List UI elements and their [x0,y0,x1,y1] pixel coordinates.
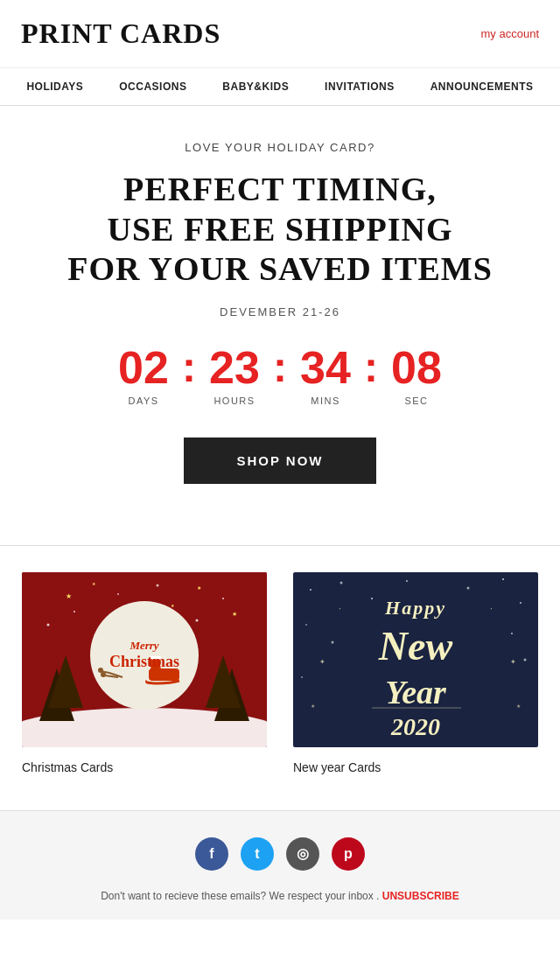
cards-section: Merry Christmas ★ ★ ★ ★ ★ Chri [0,546,560,810]
mins-value: 34 [300,345,351,390]
unsubscribe-text: Don't want to recieve these emails? We r… [101,890,379,902]
svg-text:Happy: Happy [384,597,446,619]
social-icons: f t ◎ p [18,837,542,871]
christmas-card-label: Christmas Cards [22,760,113,774]
svg-text:·: · [339,604,341,613]
days-value: 02 [118,345,169,390]
countdown-days: 02 DAYS [108,345,178,406]
svg-text:★: ★ [311,704,315,709]
svg-text:Christmas: Christmas [109,653,179,670]
svg-point-31 [310,589,312,591]
svg-point-32 [340,581,343,584]
svg-point-40 [511,633,513,634]
christmas-card-image: Merry Christmas ★ ★ ★ ★ ★ [22,572,267,747]
main-nav: HOLIDAYS OCCASIONS BABY&KIDS INVITATIONS… [0,68,560,106]
hours-value: 23 [209,345,260,390]
hero-section: LOVE YOUR HOLIDAY CARD? PERFECT TIMING, … [0,106,560,510]
cards-grid: Merry Christmas ★ ★ ★ ★ ★ Chri [35,572,525,775]
footer: f t ◎ p Don't want to recieve these emai… [0,810,560,920]
countdown-mins: 34 MINS [290,345,360,406]
svg-point-28 [117,593,119,595]
svg-text:Merry: Merry [129,639,158,652]
countdown-timer: 02 DAYS : 23 HOURS : 34 MINS : 08 SEC [18,345,542,406]
countdown-sec: 08 SEC [382,345,452,406]
svg-point-33 [371,598,373,599]
newyear-card-item[interactable]: Happy · · New Year 2020 ✦ ✦ ★ ★ [293,572,538,775]
newyear-card-image: Happy · · New Year 2020 ✦ ✦ ★ ★ [293,572,538,747]
nav-occasions[interactable]: OCCASIONS [119,80,186,93]
svg-text:Year: Year [385,674,447,710]
svg-point-39 [332,640,334,643]
svg-text:★: ★ [197,585,201,591]
unsubscribe-link[interactable]: UNSUBSCRIBE [382,890,459,902]
facebook-icon[interactable]: f [195,837,228,871]
hero-subtitle: LOVE YOUR HOLIDAY CARD? [18,141,542,154]
svg-text:New: New [378,624,453,668]
twitter-icon[interactable]: t [241,837,274,871]
svg-text:2020: 2020 [390,713,440,740]
svg-point-41 [524,658,527,661]
svg-text:✦: ✦ [510,658,516,666]
countdown-hours: 23 HOURS [200,345,270,406]
svg-text:★: ★ [232,611,237,617]
logo: PRINT CARDS [21,18,220,50]
sec-value: 08 [391,345,442,390]
svg-point-25 [74,611,75,612]
instagram-icon[interactable]: ◎ [286,837,319,871]
svg-point-35 [467,586,470,589]
pinterest-icon[interactable]: p [332,837,365,871]
days-label: DAYS [128,396,158,406]
svg-point-38 [305,624,307,626]
svg-point-24 [47,623,50,626]
hero-title: PERFECT TIMING, USE FREE SHIPPING FOR YO… [18,170,542,290]
colon-1: : [178,346,200,388]
christmas-card-item[interactable]: Merry Christmas ★ ★ ★ ★ ★ Chri [22,572,267,775]
svg-text:·: · [490,604,493,613]
header: PRINT CARDS my account [0,0,560,68]
svg-point-16 [101,672,106,677]
svg-point-37 [520,602,522,604]
nav-babykids[interactable]: BABY&KIDS [222,80,289,93]
svg-point-42 [301,676,303,678]
svg-text:✦: ✦ [319,658,326,666]
hero-date: DEVEMBER 21-26 [18,305,542,318]
svg-point-36 [502,578,504,580]
svg-point-34 [406,580,408,582]
svg-text:★: ★ [66,592,72,600]
svg-point-27 [222,598,224,599]
mins-label: MINS [311,396,340,406]
nav-holidays[interactable]: HOLIDAYS [26,80,83,93]
colon-3: : [360,346,382,388]
svg-text:★: ★ [516,704,521,709]
nav-invitations[interactable]: INVITATIONS [325,80,395,93]
svg-point-26 [196,619,199,621]
footer-text: Don't want to recieve these emails? We r… [18,890,542,902]
hours-label: HOURS [214,396,255,406]
newyear-card-label: New year Cards [293,760,381,774]
shop-now-button[interactable]: SHOP NOW [184,438,375,484]
my-account-link[interactable]: my account [481,27,539,40]
colon-2: : [270,346,290,388]
svg-point-29 [157,584,159,586]
sec-label: SEC [404,396,428,406]
svg-point-14 [98,668,103,673]
nav-announcements[interactable]: ANNOUNCEMENTS [430,80,534,93]
